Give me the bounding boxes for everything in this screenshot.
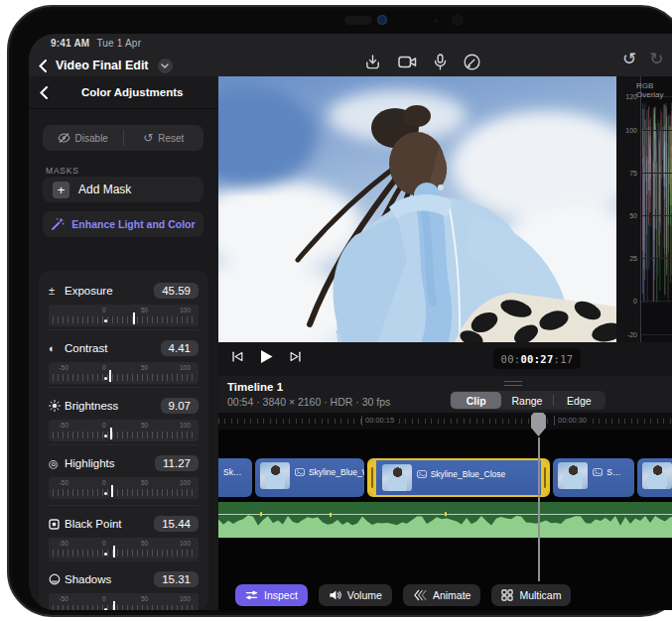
sensor-dot xyxy=(434,19,438,23)
animate-button[interactable]: Animate xyxy=(403,584,481,606)
reset-label: Reset xyxy=(158,133,184,144)
timeline-tracks: Sk… Skyline_Blue_Wide xyxy=(218,430,672,610)
divider xyxy=(29,108,218,109)
edit-mode-segment: Clip Range Edge xyxy=(450,391,605,410)
zero-dot xyxy=(104,553,108,557)
slider-label: Brightness xyxy=(65,400,118,412)
value-marker[interactable] xyxy=(111,485,113,497)
tick-label: -50 xyxy=(59,540,67,547)
clip-selected[interactable]: Skyline_Blue_Close xyxy=(367,458,551,497)
inspect-button[interactable]: Inspect xyxy=(235,584,308,606)
panel-drag-handle[interactable] xyxy=(504,381,522,386)
enhance-label: Enhance Light and Color xyxy=(71,218,195,230)
tick-label: 50 xyxy=(141,479,148,486)
audio-track[interactable] xyxy=(218,502,672,538)
multicam-label: Multicam xyxy=(519,589,561,601)
black-point-icon xyxy=(49,519,65,530)
slider-label: Highlights xyxy=(65,457,115,469)
project-menu-chevron-icon[interactable] xyxy=(158,59,173,73)
trim-handle-right[interactable] xyxy=(541,460,548,495)
playhead-handle[interactable] xyxy=(531,413,546,436)
clip[interactable]: Skyline_Blue_Wide xyxy=(255,458,364,497)
tick-label: -50 xyxy=(59,364,67,371)
trim-handle-left[interactable] xyxy=(369,460,376,495)
video-frame-image xyxy=(218,76,616,342)
clip[interactable] xyxy=(637,458,672,497)
add-mask-button[interactable]: + Add Mask xyxy=(43,177,203,202)
timecode-display[interactable]: 00:00:27:17 xyxy=(493,348,581,369)
play-icon[interactable] xyxy=(260,349,273,364)
contrast-icon: ◐ xyxy=(49,342,65,354)
camera-icon[interactable] xyxy=(398,55,417,69)
previous-frame-icon[interactable] xyxy=(230,350,244,363)
value-marker[interactable] xyxy=(113,601,115,610)
slider-scale[interactable]: -50 0 50 100 xyxy=(49,362,199,384)
redo-icon[interactable]: ↻ xyxy=(649,51,663,67)
project-title[interactable]: Video Final Edit xyxy=(56,59,149,72)
multicam-grid-icon xyxy=(501,589,513,601)
tick-label: 50 xyxy=(141,307,148,313)
enhance-light-color-button[interactable]: Enhance Light and Color xyxy=(43,211,203,237)
playhead-line[interactable] xyxy=(538,437,540,581)
slider-scale[interactable]: -50 0 50 100 xyxy=(49,477,199,499)
undo-icon[interactable]: ↺ xyxy=(622,51,636,67)
reset-icon: ↺ xyxy=(143,132,153,144)
pencil-icon[interactable] xyxy=(464,54,480,70)
timeline-ruler[interactable]: 00:00:15 00:00:30 xyxy=(218,413,672,430)
slider-scale[interactable]: 0 50 100 xyxy=(49,305,199,326)
panel-back-chevron-icon[interactable] xyxy=(40,86,48,99)
tick-label: 0 xyxy=(102,364,106,371)
tick-label: 100 xyxy=(180,540,191,547)
slider-value[interactable]: 11.27 xyxy=(155,455,199,471)
multicam-button[interactable]: Multicam xyxy=(491,584,571,606)
microphone-icon[interactable] xyxy=(434,54,447,70)
timecode-frames: :17 xyxy=(554,353,574,365)
disable-reset-segment: Disable ↺ Reset xyxy=(43,125,203,151)
value-marker[interactable] xyxy=(109,370,111,382)
slider-value[interactable]: 4.41 xyxy=(161,340,199,356)
slider-value[interactable]: 9.07 xyxy=(161,398,199,414)
scope-tick-label: 50 xyxy=(629,212,637,219)
slider-exposure: ± Exposure 45.59 0 50 100 xyxy=(39,277,208,332)
image-icon xyxy=(593,468,603,476)
next-frame-icon[interactable] xyxy=(289,350,303,363)
shadows-icon xyxy=(49,573,65,585)
slider-value[interactable]: 45.59 xyxy=(154,283,199,299)
timecode-seconds: 00:27 xyxy=(520,353,553,365)
value-marker[interactable] xyxy=(133,312,135,324)
slider-value[interactable]: 15.31 xyxy=(154,571,199,587)
panel-title: Color Adjustments xyxy=(81,86,183,98)
reset-button[interactable]: ↺ Reset xyxy=(124,125,204,151)
back-chevron-icon[interactable] xyxy=(39,60,47,72)
slider-scale[interactable]: -50 0 50 100 xyxy=(49,420,199,441)
animate-label: Animate xyxy=(433,589,471,601)
mode-clip[interactable]: Clip xyxy=(451,392,501,409)
tick-label: 100 xyxy=(180,307,191,313)
slider-scale[interactable]: -50 0 50 100 xyxy=(49,593,199,610)
tick-label: -50 xyxy=(59,479,67,486)
timeline-title: Timeline 1 xyxy=(227,381,283,393)
scope-tick-label: 0 xyxy=(633,298,637,305)
slider-scale[interactable]: -50 0 50 100 xyxy=(49,538,199,559)
camera-pill xyxy=(344,16,372,25)
disable-button[interactable]: Disable xyxy=(43,125,123,151)
slider-value[interactable]: 15.44 xyxy=(154,516,199,532)
video-preview[interactable] xyxy=(218,76,616,342)
import-icon[interactable] xyxy=(364,54,381,70)
value-marker[interactable] xyxy=(110,428,112,439)
inspect-label: Inspect xyxy=(264,589,298,601)
transport-bar: 00:00:27:17 xyxy=(218,342,672,376)
clip[interactable]: S… xyxy=(553,458,634,497)
clip-name: Sk… xyxy=(223,467,241,477)
mode-edge[interactable]: Edge xyxy=(554,392,605,409)
volume-button[interactable]: Volume xyxy=(319,584,392,606)
clip[interactable]: Sk… xyxy=(218,458,252,497)
value-marker[interactable] xyxy=(113,546,115,558)
mode-range[interactable]: Range xyxy=(501,392,552,409)
tick-label: 0 xyxy=(102,595,106,602)
slider-shadows: Shadows 15.31 -50 0 50 100 xyxy=(39,565,208,610)
tick-label: 50 xyxy=(141,540,148,547)
scope-tick-label: 120 xyxy=(625,93,637,100)
scope-tick-label: 100 xyxy=(625,127,637,134)
clip-thumbnail xyxy=(558,462,588,489)
